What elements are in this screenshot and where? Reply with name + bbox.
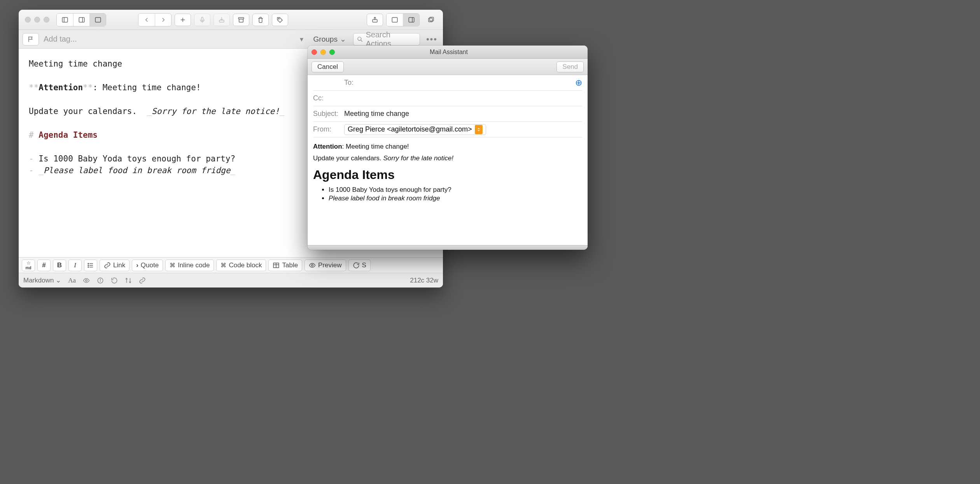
editor-bullet-1: Is 1000 Baby Yoda toys enough for party? <box>38 154 235 163</box>
svg-point-12 <box>278 18 279 19</box>
share-button[interactable] <box>367 14 383 26</box>
tag-dropdown-icon[interactable]: ▾ <box>297 35 306 44</box>
quote-label: Quote <box>141 261 159 269</box>
preview-label: Preview <box>318 261 341 269</box>
status-bar: Markdown ⌄ Aa 212c 32w <box>19 273 443 288</box>
visibility-icon[interactable] <box>83 277 90 284</box>
layout-full-button[interactable] <box>89 14 106 26</box>
mail-agenda-item-1: Is 1000 Baby Yoda toys enough for party? <box>329 186 582 194</box>
pane-split-button[interactable] <box>403 14 419 26</box>
inbox-button[interactable] <box>214 14 230 26</box>
svg-rect-18 <box>430 17 434 21</box>
subject-field[interactable]: Meeting time change <box>344 110 582 118</box>
resize-grip[interactable] <box>308 245 588 250</box>
link-button[interactable]: Link <box>100 260 130 271</box>
zoom-button[interactable] <box>329 49 335 55</box>
close-dot[interactable] <box>25 17 31 23</box>
link-mode-icon[interactable] <box>139 277 146 284</box>
from-selector[interactable]: Greg Pierce <agiletortoise@gmail.com> <box>344 124 486 135</box>
arrange-icon[interactable] <box>125 277 132 284</box>
minimize-button[interactable] <box>320 49 326 55</box>
mail-body[interactable]: Attention: Meeting time change! Update y… <box>308 137 588 210</box>
list-button[interactable] <box>84 260 97 271</box>
link-label: Link <box>113 261 125 269</box>
sidebar-layout-segment <box>56 13 106 26</box>
svg-point-34 <box>100 279 100 279</box>
nav-forward-button[interactable] <box>155 14 171 26</box>
svg-point-31 <box>86 279 88 281</box>
preview-button[interactable]: Preview <box>304 260 346 271</box>
mail-heading: Agenda Items <box>313 168 582 182</box>
trash-button[interactable] <box>252 14 269 26</box>
mail-toolbar: Cancel Send <box>308 59 588 75</box>
italic-button[interactable]: I <box>68 260 82 271</box>
new-button[interactable] <box>175 14 191 26</box>
quote-button[interactable]: ›Quote <box>132 260 163 271</box>
editor-bold-word: Attention <box>38 83 83 92</box>
layout-right-button[interactable] <box>73 14 89 26</box>
tag-button[interactable] <box>272 14 288 26</box>
link-icon <box>104 262 111 269</box>
svg-rect-4 <box>95 18 101 22</box>
svg-marker-38 <box>478 130 480 131</box>
archive-button[interactable] <box>233 14 249 26</box>
send-button[interactable]: Send <box>556 61 584 72</box>
cc-row: Cc: <box>313 91 582 106</box>
svg-rect-14 <box>392 18 397 22</box>
pane-single-button[interactable] <box>387 14 403 26</box>
mail-window: Mail Assistant Cancel Send To: ⊕ Cc: Sub… <box>308 46 588 250</box>
search-icon <box>357 36 364 43</box>
from-label: From: <box>313 125 340 133</box>
code-block-button[interactable]: ⌘Code block <box>216 260 266 271</box>
mail-attention-rest: : Meeting time change! <box>342 143 409 150</box>
table-label: Table <box>282 261 298 269</box>
syntax-dropdown[interactable]: Markdown ⌄ <box>23 276 61 284</box>
editor-line-1: Meeting time change <box>29 59 122 68</box>
windows-button[interactable] <box>423 14 439 26</box>
to-label-text: To: <box>344 79 371 87</box>
editor-line-3-pre: Update your calendars. <box>29 107 147 116</box>
table-button[interactable]: Table <box>268 260 302 271</box>
eye-icon <box>309 262 316 269</box>
mail-agenda-list: Is 1000 Baby Yoda toys enough for party?… <box>329 186 582 202</box>
minimize-dot[interactable] <box>34 17 40 23</box>
from-dropdown-icon <box>475 125 483 134</box>
more-actions-button[interactable]: ••• <box>425 34 439 44</box>
table-icon <box>273 262 280 269</box>
add-tag-field[interactable]: Add tag... <box>44 35 292 44</box>
mail-titlebar: Mail Assistant <box>308 46 588 59</box>
subject-label: Subject: <box>313 110 340 118</box>
svg-rect-7 <box>201 17 203 21</box>
editor-bullet-2: Please label food in break room fridge <box>44 166 230 175</box>
format-toolbar: ☆md # B I Link ›Quote ⌘Inline code ⌘Code… <box>19 257 443 273</box>
mic-button[interactable] <box>194 14 210 26</box>
font-button[interactable]: Aa <box>68 277 76 284</box>
layout-left-button[interactable] <box>57 14 73 26</box>
groups-dropdown[interactable]: Groups⌄ <box>311 35 348 44</box>
svg-point-30 <box>312 264 313 266</box>
shortcut-button-partial[interactable]: S <box>348 260 371 271</box>
search-actions-field[interactable]: Search Actions <box>353 33 420 46</box>
to-row: To: ⊕ <box>313 75 582 91</box>
heading-button[interactable]: # <box>37 260 51 271</box>
undo-icon[interactable] <box>111 277 118 284</box>
cancel-button[interactable]: Cancel <box>312 61 344 72</box>
svg-marker-37 <box>478 128 480 129</box>
nav-segment <box>138 13 172 26</box>
info-icon[interactable] <box>97 277 104 284</box>
cc-label: Cc: <box>313 94 340 102</box>
flag-button[interactable] <box>23 33 39 46</box>
mail-window-title: Mail Assistant <box>335 49 563 56</box>
groups-label: Groups <box>313 35 338 44</box>
bold-button[interactable]: B <box>53 260 66 271</box>
mail-headers: To: ⊕ Cc: Subject: Meeting time change F… <box>308 75 588 137</box>
md-helper-button[interactable]: ☆md <box>22 260 35 271</box>
mail-p2-italic: Sorry for the late notice! <box>383 154 453 162</box>
code-block-label: Code block <box>229 261 262 269</box>
nav-back-button[interactable] <box>138 14 155 26</box>
add-recipient-button[interactable]: ⊕ <box>575 78 582 88</box>
close-button[interactable] <box>312 49 317 55</box>
zoom-dot[interactable] <box>44 17 49 23</box>
inline-code-button[interactable]: ⌘Inline code <box>165 260 214 271</box>
mail-window-controls <box>312 49 335 55</box>
